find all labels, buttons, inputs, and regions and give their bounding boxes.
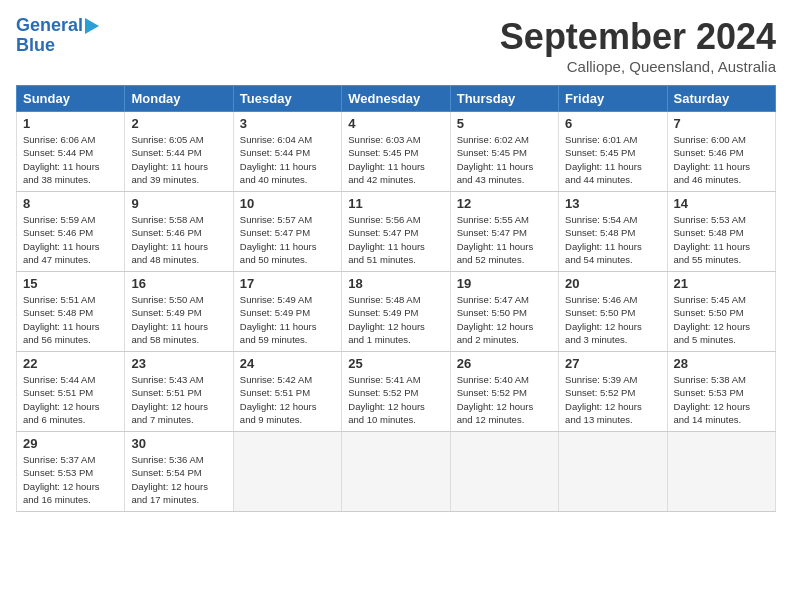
day-number: 1: [23, 116, 118, 131]
day-info: Sunrise: 5:43 AMSunset: 5:51 PMDaylight:…: [131, 373, 226, 426]
weekday-header-tuesday: Tuesday: [233, 86, 341, 112]
day-info: Sunrise: 5:36 AMSunset: 5:54 PMDaylight:…: [131, 453, 226, 506]
calendar-cell: 8Sunrise: 5:59 AMSunset: 5:46 PMDaylight…: [17, 192, 125, 272]
weekday-header-friday: Friday: [559, 86, 667, 112]
month-title: September 2024: [500, 16, 776, 58]
calendar-cell: 15Sunrise: 5:51 AMSunset: 5:48 PMDayligh…: [17, 272, 125, 352]
day-info: Sunrise: 5:53 AMSunset: 5:48 PMDaylight:…: [674, 213, 769, 266]
logo-blue-text: Blue: [16, 36, 55, 56]
calendar-cell: 9Sunrise: 5:58 AMSunset: 5:46 PMDaylight…: [125, 192, 233, 272]
day-number: 13: [565, 196, 660, 211]
day-number: 2: [131, 116, 226, 131]
weekday-header-monday: Monday: [125, 86, 233, 112]
day-info: Sunrise: 6:03 AMSunset: 5:45 PMDaylight:…: [348, 133, 443, 186]
calendar-cell: 11Sunrise: 5:56 AMSunset: 5:47 PMDayligh…: [342, 192, 450, 272]
logo-text: General: [16, 16, 83, 36]
day-info: Sunrise: 5:56 AMSunset: 5:47 PMDaylight:…: [348, 213, 443, 266]
calendar-cell: 23Sunrise: 5:43 AMSunset: 5:51 PMDayligh…: [125, 352, 233, 432]
day-info: Sunrise: 5:54 AMSunset: 5:48 PMDaylight:…: [565, 213, 660, 266]
day-info: Sunrise: 6:06 AMSunset: 5:44 PMDaylight:…: [23, 133, 118, 186]
day-info: Sunrise: 5:39 AMSunset: 5:52 PMDaylight:…: [565, 373, 660, 426]
day-number: 27: [565, 356, 660, 371]
day-info: Sunrise: 6:01 AMSunset: 5:45 PMDaylight:…: [565, 133, 660, 186]
day-number: 6: [565, 116, 660, 131]
day-number: 4: [348, 116, 443, 131]
page-header: General Blue September 2024 Calliope, Qu…: [16, 16, 776, 75]
day-number: 17: [240, 276, 335, 291]
day-info: Sunrise: 5:55 AMSunset: 5:47 PMDaylight:…: [457, 213, 552, 266]
calendar-cell: 20Sunrise: 5:46 AMSunset: 5:50 PMDayligh…: [559, 272, 667, 352]
calendar-cell: [667, 432, 775, 512]
day-number: 11: [348, 196, 443, 211]
calendar-cell: 2Sunrise: 6:05 AMSunset: 5:44 PMDaylight…: [125, 112, 233, 192]
week-row-1: 1Sunrise: 6:06 AMSunset: 5:44 PMDaylight…: [17, 112, 776, 192]
day-info: Sunrise: 5:41 AMSunset: 5:52 PMDaylight:…: [348, 373, 443, 426]
day-number: 10: [240, 196, 335, 211]
weekday-header-wednesday: Wednesday: [342, 86, 450, 112]
day-number: 9: [131, 196, 226, 211]
calendar-cell: 21Sunrise: 5:45 AMSunset: 5:50 PMDayligh…: [667, 272, 775, 352]
day-number: 15: [23, 276, 118, 291]
calendar-cell: 19Sunrise: 5:47 AMSunset: 5:50 PMDayligh…: [450, 272, 558, 352]
day-number: 24: [240, 356, 335, 371]
day-info: Sunrise: 5:50 AMSunset: 5:49 PMDaylight:…: [131, 293, 226, 346]
day-number: 19: [457, 276, 552, 291]
day-info: Sunrise: 5:37 AMSunset: 5:53 PMDaylight:…: [23, 453, 118, 506]
calendar-cell: [233, 432, 341, 512]
week-row-2: 8Sunrise: 5:59 AMSunset: 5:46 PMDaylight…: [17, 192, 776, 272]
calendar-cell: 22Sunrise: 5:44 AMSunset: 5:51 PMDayligh…: [17, 352, 125, 432]
week-row-3: 15Sunrise: 5:51 AMSunset: 5:48 PMDayligh…: [17, 272, 776, 352]
calendar-cell: [559, 432, 667, 512]
week-row-5: 29Sunrise: 5:37 AMSunset: 5:53 PMDayligh…: [17, 432, 776, 512]
day-number: 7: [674, 116, 769, 131]
calendar-cell: 24Sunrise: 5:42 AMSunset: 5:51 PMDayligh…: [233, 352, 341, 432]
calendar-cell: 27Sunrise: 5:39 AMSunset: 5:52 PMDayligh…: [559, 352, 667, 432]
day-number: 29: [23, 436, 118, 451]
day-number: 30: [131, 436, 226, 451]
calendar-cell: 10Sunrise: 5:57 AMSunset: 5:47 PMDayligh…: [233, 192, 341, 272]
day-info: Sunrise: 6:04 AMSunset: 5:44 PMDaylight:…: [240, 133, 335, 186]
day-number: 18: [348, 276, 443, 291]
day-number: 3: [240, 116, 335, 131]
calendar-table: SundayMondayTuesdayWednesdayThursdayFrid…: [16, 85, 776, 512]
day-number: 26: [457, 356, 552, 371]
logo-arrow-icon: [85, 18, 99, 34]
day-info: Sunrise: 5:44 AMSunset: 5:51 PMDaylight:…: [23, 373, 118, 426]
day-info: Sunrise: 6:02 AMSunset: 5:45 PMDaylight:…: [457, 133, 552, 186]
calendar-cell: 25Sunrise: 5:41 AMSunset: 5:52 PMDayligh…: [342, 352, 450, 432]
day-number: 8: [23, 196, 118, 211]
calendar-cell: 3Sunrise: 6:04 AMSunset: 5:44 PMDaylight…: [233, 112, 341, 192]
day-info: Sunrise: 5:57 AMSunset: 5:47 PMDaylight:…: [240, 213, 335, 266]
day-info: Sunrise: 5:49 AMSunset: 5:49 PMDaylight:…: [240, 293, 335, 346]
calendar-cell: 30Sunrise: 5:36 AMSunset: 5:54 PMDayligh…: [125, 432, 233, 512]
weekday-header-sunday: Sunday: [17, 86, 125, 112]
day-number: 12: [457, 196, 552, 211]
day-info: Sunrise: 5:58 AMSunset: 5:46 PMDaylight:…: [131, 213, 226, 266]
week-row-4: 22Sunrise: 5:44 AMSunset: 5:51 PMDayligh…: [17, 352, 776, 432]
day-number: 5: [457, 116, 552, 131]
calendar-cell: [342, 432, 450, 512]
calendar-cell: 12Sunrise: 5:55 AMSunset: 5:47 PMDayligh…: [450, 192, 558, 272]
day-info: Sunrise: 5:59 AMSunset: 5:46 PMDaylight:…: [23, 213, 118, 266]
day-number: 21: [674, 276, 769, 291]
day-info: Sunrise: 5:51 AMSunset: 5:48 PMDaylight:…: [23, 293, 118, 346]
calendar-cell: 17Sunrise: 5:49 AMSunset: 5:49 PMDayligh…: [233, 272, 341, 352]
day-info: Sunrise: 5:45 AMSunset: 5:50 PMDaylight:…: [674, 293, 769, 346]
day-info: Sunrise: 5:48 AMSunset: 5:49 PMDaylight:…: [348, 293, 443, 346]
day-number: 20: [565, 276, 660, 291]
logo: General Blue: [16, 16, 99, 56]
calendar-cell: 29Sunrise: 5:37 AMSunset: 5:53 PMDayligh…: [17, 432, 125, 512]
day-number: 25: [348, 356, 443, 371]
calendar-cell: 16Sunrise: 5:50 AMSunset: 5:49 PMDayligh…: [125, 272, 233, 352]
day-number: 23: [131, 356, 226, 371]
calendar-cell: 5Sunrise: 6:02 AMSunset: 5:45 PMDaylight…: [450, 112, 558, 192]
calendar-cell: 26Sunrise: 5:40 AMSunset: 5:52 PMDayligh…: [450, 352, 558, 432]
day-number: 16: [131, 276, 226, 291]
day-info: Sunrise: 5:46 AMSunset: 5:50 PMDaylight:…: [565, 293, 660, 346]
weekday-header-saturday: Saturday: [667, 86, 775, 112]
title-block: September 2024 Calliope, Queensland, Aus…: [500, 16, 776, 75]
calendar-cell: 4Sunrise: 6:03 AMSunset: 5:45 PMDaylight…: [342, 112, 450, 192]
day-number: 22: [23, 356, 118, 371]
day-number: 28: [674, 356, 769, 371]
day-info: Sunrise: 6:00 AMSunset: 5:46 PMDaylight:…: [674, 133, 769, 186]
